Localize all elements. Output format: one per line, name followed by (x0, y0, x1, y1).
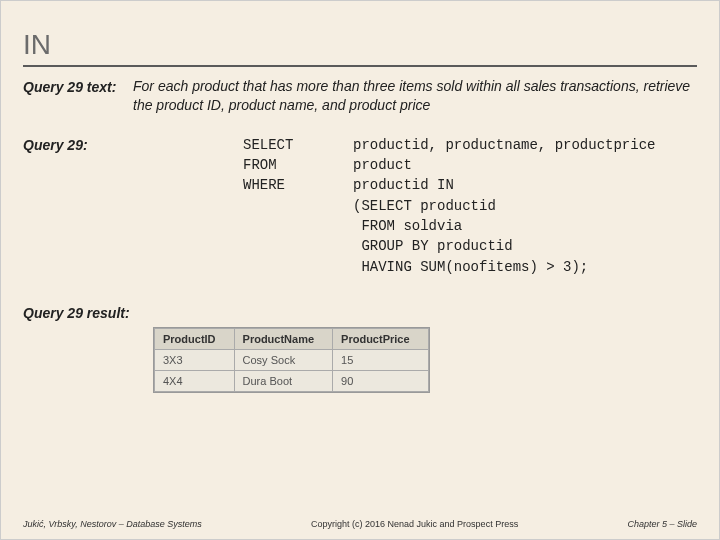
title-rule (23, 65, 697, 67)
table-header: ProductID (155, 328, 235, 349)
table-row: 4X4Dura Boot90 (155, 370, 429, 391)
sql-keywords: SELECT FROM WHERE (243, 135, 353, 196)
result-table: ProductIDProductNameProductPrice 3X3Cosy… (154, 328, 429, 392)
footer-center: Copyright (c) 2016 Nenad Jukic and Prosp… (311, 519, 518, 529)
result-table-wrapper: ProductIDProductNameProductPrice 3X3Cosy… (153, 327, 430, 393)
result-label: Query 29 result: (23, 305, 697, 321)
table-row: 3X3Cosy Sock15 (155, 349, 429, 370)
footer: Jukić, Vrbsky, Nestorov – Database Syste… (23, 519, 697, 529)
page-title: IN (23, 29, 697, 61)
query-label: Query 29: (23, 135, 133, 153)
table-cell: 4X4 (155, 370, 235, 391)
table-header: ProductName (234, 328, 333, 349)
table-cell: Cosy Sock (234, 349, 333, 370)
table-cell: 3X3 (155, 349, 235, 370)
table-header: ProductPrice (333, 328, 428, 349)
query-row: Query 29: SELECT FROM WHERE productid, p… (23, 135, 697, 277)
footer-left: Jukić, Vrbsky, Nestorov – Database Syste… (23, 519, 202, 529)
query-text-row: Query 29 text: For each product that has… (23, 77, 697, 115)
table-cell: Dura Boot (234, 370, 333, 391)
footer-right: Chapter 5 – Slide (627, 519, 697, 529)
table-cell: 15 (333, 349, 428, 370)
query-text-body: For each product that has more than thre… (133, 77, 697, 115)
table-cell: 90 (333, 370, 428, 391)
query-text-label: Query 29 text: (23, 77, 133, 95)
sql-body: productid, productname, productprice pro… (353, 135, 655, 277)
